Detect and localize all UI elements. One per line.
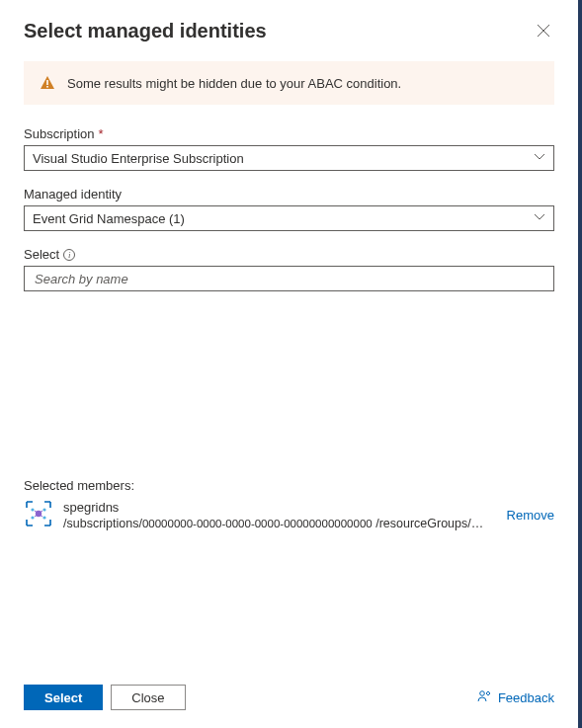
- member-name: spegridns: [63, 499, 489, 517]
- svg-line-9: [35, 511, 37, 513]
- svg-rect-2: [46, 80, 48, 85]
- search-input-wrapper[interactable]: [24, 266, 554, 291]
- remove-member-link[interactable]: Remove: [499, 508, 554, 523]
- svg-line-10: [41, 511, 42, 513]
- warning-icon: [40, 75, 55, 91]
- feedback-link[interactable]: Feedback: [476, 689, 554, 705]
- close-icon: [537, 24, 550, 38]
- member-path: /subscriptions/00000000-0000-0000-0000-0…: [63, 516, 489, 532]
- svg-point-7: [31, 516, 34, 519]
- selected-member-row: spegridns /subscriptions/00000000-0000-0…: [24, 499, 554, 532]
- abac-warning-alert: Some results might be hidden due to your…: [24, 61, 554, 105]
- svg-point-13: [480, 691, 485, 696]
- chevron-down-icon: [534, 151, 545, 166]
- managed-identity-select[interactable]: Event Grid Namespace (1): [24, 205, 554, 231]
- chevron-down-icon: [534, 211, 545, 226]
- subscription-select[interactable]: Visual Studio Enterprise Subscription: [24, 145, 554, 171]
- subscription-value: Visual Studio Enterprise Subscription: [33, 151, 244, 166]
- subscription-label: Subscription *: [24, 126, 554, 141]
- managed-identity-label: Managed identity: [24, 187, 554, 202]
- close-button-footer[interactable]: Close: [111, 685, 185, 710]
- select-button[interactable]: Select: [24, 685, 103, 710]
- svg-line-12: [41, 515, 42, 517]
- search-input[interactable]: [33, 271, 545, 287]
- required-indicator: *: [99, 126, 104, 141]
- svg-line-11: [35, 515, 37, 517]
- feedback-icon: [476, 689, 492, 705]
- selected-members-heading: Selected members:: [24, 478, 554, 493]
- close-button[interactable]: [533, 20, 554, 43]
- svg-point-8: [42, 516, 45, 519]
- svg-point-5: [31, 508, 34, 511]
- info-icon[interactable]: i: [63, 249, 75, 261]
- resource-icon: [24, 499, 53, 528]
- select-label: Select i: [24, 247, 554, 262]
- svg-point-6: [42, 508, 45, 511]
- page-title: Select managed identities: [24, 20, 267, 42]
- managed-identity-value: Event Grid Namespace (1): [33, 211, 185, 226]
- svg-rect-3: [46, 86, 48, 88]
- alert-message: Some results might be hidden due to your…: [67, 76, 401, 91]
